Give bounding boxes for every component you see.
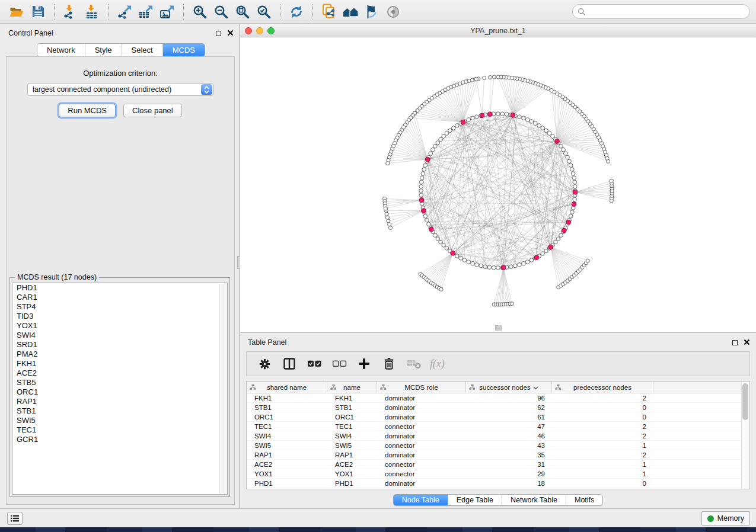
- table-row[interactable]: SWI4SWI4dominator462: [247, 431, 749, 441]
- table-row[interactable]: RAP1RAP1dominator352: [247, 450, 749, 460]
- column-header-name[interactable]: name: [327, 382, 377, 393]
- table-scrollbar-thumb[interactable]: [742, 383, 748, 420]
- cell-shared-name: SWI4: [247, 431, 327, 440]
- run-mcds-button[interactable]: Run MCDS: [59, 104, 116, 117]
- result-node-item[interactable]: SWI5: [12, 416, 227, 425]
- result-node-item[interactable]: RAP1: [12, 397, 227, 406]
- main-toolbar-groups: [6, 2, 404, 21]
- column-label: name: [343, 384, 361, 391]
- export-table-button[interactable]: [135, 2, 157, 21]
- format-visual-button[interactable]: [361, 2, 382, 21]
- memory-button[interactable]: Memory: [701, 511, 750, 525]
- show-hide-button[interactable]: [382, 2, 404, 21]
- tab-motifs[interactable]: Motifs: [566, 495, 602, 505]
- network-window-titlebar[interactable]: YPA_prune.txt_1: [240, 24, 756, 37]
- table-row[interactable]: PHD1PHD1dominator180: [247, 479, 749, 488]
- close-panel-icon[interactable]: [227, 28, 234, 39]
- select-all-button[interactable]: [305, 354, 324, 373]
- optimization-criterion-select[interactable]: largest connected component (undirected): [27, 83, 213, 96]
- column-header-shared-name[interactable]: shared name: [247, 382, 327, 393]
- column-header-MCDS-role[interactable]: MCDS role: [377, 382, 466, 393]
- export-image-button[interactable]: [157, 2, 178, 21]
- result-node-item[interactable]: PHD1: [12, 283, 227, 293]
- import-table-button[interactable]: [81, 2, 103, 21]
- zoom-in-button[interactable]: [189, 2, 210, 21]
- network-canvas[interactable]: [240, 37, 756, 333]
- table-row[interactable]: FKH1FKH1dominator962: [247, 393, 749, 403]
- main-toolbar: [0, 0, 756, 24]
- cell-MCDS-role: connector: [377, 460, 466, 469]
- save-session-button[interactable]: [27, 2, 49, 21]
- first-neighbors-button[interactable]: [340, 2, 361, 21]
- search-input[interactable]: [589, 8, 745, 16]
- result-node-item[interactable]: STB1: [12, 406, 227, 416]
- cell-predecessor-nodes: 0: [552, 403, 653, 412]
- toolbar-separator: [312, 4, 313, 20]
- tab-node-table[interactable]: Node Table: [394, 495, 448, 505]
- mcds-result-list[interactable]: PHD1CAR1STP4TID3YOX1SWI4SRD1PMA2FKH1ACE2…: [12, 283, 228, 495]
- table-row[interactable]: YOX1YOX1connector291: [247, 469, 749, 479]
- result-node-item[interactable]: PMA2: [12, 350, 227, 359]
- tab-network-table[interactable]: Network Table: [502, 495, 566, 505]
- result-node-item[interactable]: SRD1: [12, 340, 227, 350]
- table-row[interactable]: ORC1ORC1dominator610: [247, 412, 749, 422]
- tab-select[interactable]: Select: [122, 44, 162, 56]
- tab-style[interactable]: Style: [85, 44, 122, 56]
- cell-successor-nodes: 35: [466, 450, 552, 459]
- close-table-panel-icon[interactable]: [744, 337, 750, 348]
- open-file-button[interactable]: [6, 2, 27, 21]
- result-node-item[interactable]: ORC1: [12, 387, 227, 397]
- result-list-scrollbar[interactable]: [219, 284, 227, 493]
- table-row[interactable]: ACE2ACE2connector311: [247, 460, 749, 469]
- settings-gear-button[interactable]: [255, 354, 274, 373]
- network-graph[interactable]: [240, 37, 756, 333]
- network-from-selection-button[interactable]: [318, 2, 340, 21]
- import-table-icon: [84, 4, 100, 20]
- result-node-item[interactable]: TEC1: [12, 425, 227, 435]
- float-panel-icon[interactable]: [216, 31, 221, 36]
- save-session-icon: [31, 4, 46, 19]
- mcds-panel: Optimization criterion: largest connecte…: [6, 56, 235, 505]
- table-scrollbar[interactable]: [741, 382, 749, 489]
- result-node-item[interactable]: TID3: [12, 312, 227, 321]
- result-node-item[interactable]: FKH1: [12, 359, 227, 368]
- cell-MCDS-role: connector: [377, 441, 466, 450]
- result-node-item[interactable]: SWI4: [12, 331, 227, 340]
- float-table-panel-icon[interactable]: [732, 340, 738, 345]
- tab-network[interactable]: Network: [37, 44, 85, 56]
- task-history-button[interactable]: [7, 512, 23, 525]
- table-panel-title: Table Panel: [248, 338, 286, 347]
- import-network-button[interactable]: [60, 2, 81, 21]
- result-node-item[interactable]: STP4: [12, 302, 227, 312]
- column-header-successor-nodes[interactable]: successor nodes: [466, 382, 552, 393]
- show-columns-button[interactable]: [280, 354, 299, 373]
- column-header-predecessor-nodes[interactable]: predecessor nodes: [552, 382, 653, 393]
- desktop-wallpaper-bottom: [0, 527, 756, 532]
- export-network-button[interactable]: [114, 2, 135, 21]
- result-node-item[interactable]: YOX1: [12, 321, 227, 331]
- close-panel-button[interactable]: Close panel: [123, 104, 182, 117]
- refresh-button[interactable]: [286, 2, 307, 21]
- result-node-item[interactable]: GCR1: [12, 435, 227, 444]
- table-row[interactable]: STB1STB1dominator620: [247, 403, 749, 412]
- cell-MCDS-role: connector: [377, 422, 466, 431]
- result-node-item[interactable]: CAR1: [12, 293, 227, 302]
- table-toolbar: f(x): [246, 351, 750, 376]
- zoom-selected-button[interactable]: [253, 2, 275, 21]
- zoom-out-button[interactable]: [210, 2, 232, 21]
- add-column-button[interactable]: [355, 354, 374, 373]
- cell-successor-nodes: 29: [466, 469, 552, 478]
- table-row[interactable]: TEC1TEC1connector472: [247, 422, 749, 431]
- deselect-all-button[interactable]: [330, 354, 349, 373]
- cell-MCDS-role: dominator: [377, 479, 466, 488]
- table-row[interactable]: SWI5SWI5connector431: [247, 441, 749, 450]
- result-node-item[interactable]: STB5: [12, 378, 227, 387]
- delete-column-button[interactable]: [379, 354, 398, 373]
- result-node-item[interactable]: ACE2: [12, 368, 227, 378]
- tab-mcds[interactable]: MCDS: [162, 44, 205, 56]
- node-table[interactable]: shared namenameMCDS rolesuccessor nodesp…: [246, 381, 750, 489]
- tab-edge-table[interactable]: Edge Table: [448, 495, 502, 505]
- horizontal-splitter-handle[interactable]: [495, 325, 502, 331]
- zoom-fit-button[interactable]: [232, 2, 253, 21]
- search-box[interactable]: [572, 4, 750, 19]
